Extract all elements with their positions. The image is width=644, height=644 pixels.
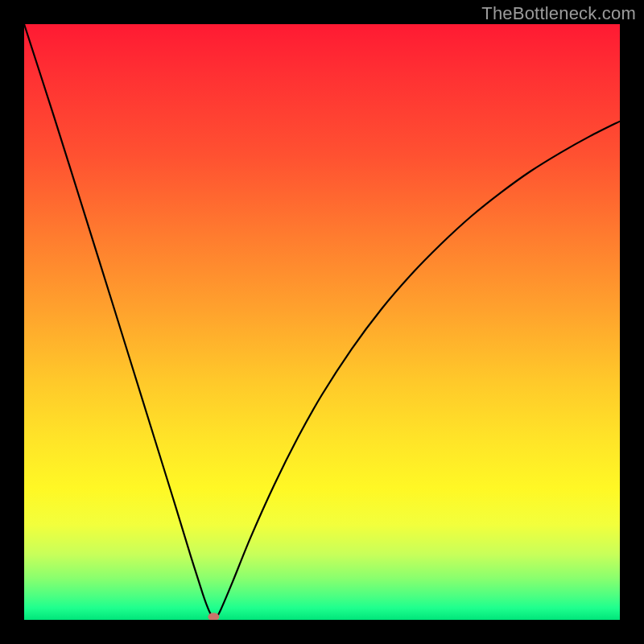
curve-svg: [24, 24, 620, 620]
plot-area: [24, 24, 620, 620]
chart-frame: TheBottleneck.com: [0, 0, 644, 644]
bottleneck-curve-path: [24, 24, 620, 620]
watermark-text: TheBottleneck.com: [481, 3, 636, 24]
